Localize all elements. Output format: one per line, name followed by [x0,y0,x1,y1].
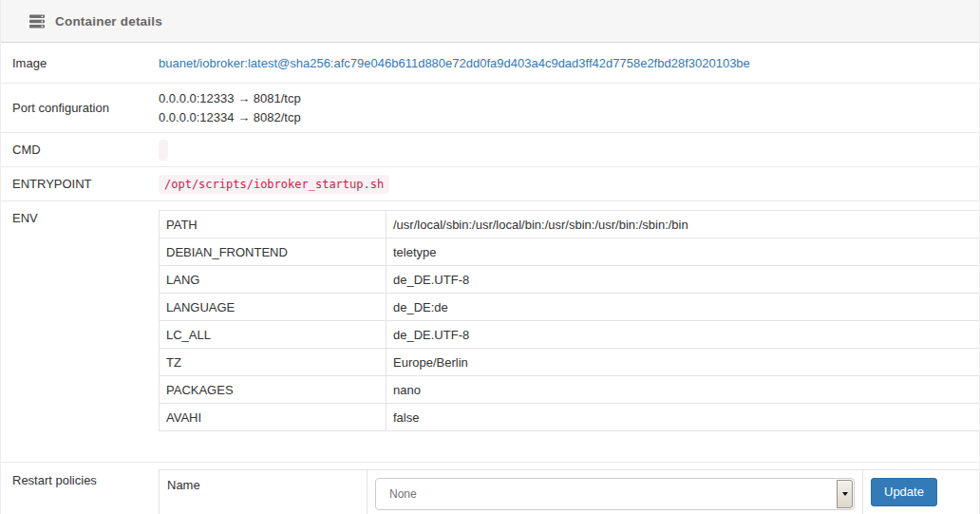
cmd-value-badge [159,140,168,161]
restart-policies-row: Restart policies Name None Update [1,463,979,514]
env-table-row: PATH /usr/local/sbin:/usr/local/bin:/usr… [160,211,980,238]
panel-header: Container details [1,0,979,43]
env-key: LANG [160,266,386,294]
restart-policies-label: Restart policies [1,463,159,487]
entrypoint-label: ENTRYPOINT [1,177,159,191]
env-label: ENV [1,201,159,225]
env-key: LANGUAGE [160,294,386,321]
entrypoint-row: ENTRYPOINT /opt/scripts/iobroker_startup… [1,167,979,201]
restart-policy-select-cell: None [368,470,863,514]
env-value: de_DE.UTF-8 [386,266,980,294]
update-button[interactable]: Update [871,478,937,506]
env-value: teletype [386,238,980,266]
restart-policy-select[interactable]: None [375,478,855,510]
env-key: PACKAGES [160,376,386,404]
env-key: PATH [160,211,386,238]
port-mapping: 0.0.0.0:12334 → 8082/tcp [159,108,979,127]
restart-policy-name-cell: Name [160,470,368,514]
port-mapping: 0.0.0.0:12333 → 8081/tcp [159,89,979,108]
env-value: Europe/Berlin [386,349,980,376]
env-value: nano [386,376,980,404]
env-value: de_DE:de [386,294,980,321]
env-key: TZ [160,349,386,376]
restart-policies-table: Name None Update [159,469,979,514]
env-table-row: LANGUAGE de_DE:de [160,294,980,321]
env-table-row: DEBIAN_FRONTEND teletype [160,238,980,266]
cmd-label: CMD [1,143,159,157]
env-table-row: AVAHI false [160,404,980,431]
image-row: Image buanet/iobroker:latest@sha256:afc7… [1,43,979,84]
env-row: ENV PATH /usr/local/sbin:/usr/local/bin:… [1,201,979,463]
env-key: LC_ALL [160,321,386,349]
port-configuration-row: Port configuration 0.0.0.0:12333 → 8081/… [1,84,979,133]
env-key: AVAHI [160,404,386,431]
cmd-row: CMD [1,133,979,167]
entrypoint-value-badge: /opt/scripts/iobroker_startup.sh [159,175,389,194]
port-configuration-label: Port configuration [1,101,159,115]
panel-title: Container details [55,14,162,29]
restart-policy-action-cell: Update [863,470,980,514]
env-table-row: PACKAGES nano [160,376,980,404]
server-icon [29,14,45,29]
restart-policy-table-row: Name None Update [160,470,980,514]
env-value: /usr/local/sbin:/usr/local/bin:/usr/sbin… [386,211,980,238]
restart-policy-selected-option: None [389,487,417,501]
image-label: Image [1,56,159,70]
env-value: de_DE.UTF-8 [386,321,980,349]
env-key: DEBIAN_FRONTEND [160,238,386,266]
env-table: PATH /usr/local/sbin:/usr/local/bin:/usr… [159,210,979,431]
env-table-row: LC_ALL de_DE.UTF-8 [160,321,980,349]
env-table-row: TZ Europe/Berlin [160,349,980,376]
image-link[interactable]: buanet/iobroker:latest@sha256:afc79e046b… [159,56,750,70]
dropdown-arrow-icon [837,480,853,508]
env-table-row: LANG de_DE.UTF-8 [160,266,980,294]
env-value: false [386,404,980,431]
container-details-panel: Container details Image buanet/iobroker:… [0,0,980,514]
